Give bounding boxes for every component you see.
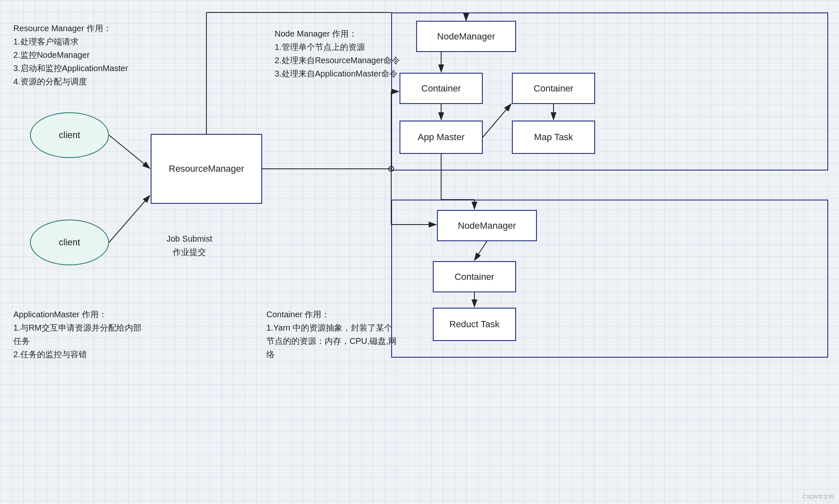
client-bottom-ellipse: client xyxy=(30,220,109,265)
reduct-task-box: Reduct Task xyxy=(433,308,516,341)
client-top-ellipse: client xyxy=(30,112,109,158)
watermark: CSDN学文档 xyxy=(802,493,834,501)
map-task-box: Map Task xyxy=(512,121,595,154)
nodemanager-bottom-box: NodeManager xyxy=(437,210,537,241)
nodemanager-top-box: NodeManager xyxy=(416,21,516,52)
container-annotation: Container 作用： 1.Yarn 中的资源抽象，封装了某个 节点的的资源… xyxy=(266,308,397,361)
app-master-box: App Master xyxy=(400,121,483,154)
job-submist-annotation: Job Submist 作业提交 xyxy=(166,232,212,259)
application-master-annotation: ApplicationMaster 作用： 1.与RM交互申请资源并分配给内部 … xyxy=(13,308,141,361)
container-bottom-box: Container xyxy=(433,261,516,292)
container-top-left-box: Container xyxy=(400,73,483,104)
node-manager-annotation: Node Manager 作用： 1.管理单个节点上的资源 2.处理来自Reso… xyxy=(275,27,400,80)
resource-manager-annotation: Resource Manager 作用： 1.处理客户端请求 2.监控NodeM… xyxy=(13,22,128,88)
container-top-right-box: Container xyxy=(512,73,595,104)
resource-manager-box: ResourceManager xyxy=(151,134,262,204)
